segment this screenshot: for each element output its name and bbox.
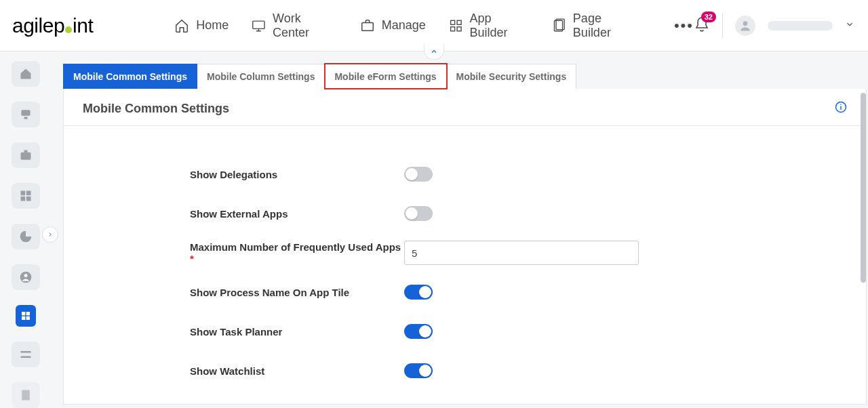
page-icon — [552, 18, 566, 33]
notification-count-badge: 32 — [701, 12, 716, 22]
divider — [722, 13, 723, 39]
nav-app-builder[interactable]: App Builder — [449, 12, 529, 40]
required-asterisk: * — [190, 253, 194, 264]
svg-rect-25 — [22, 390, 30, 401]
svg-rect-15 — [20, 197, 25, 201]
content-area: Mobile Common Settings Mobile Column Set… — [51, 52, 868, 408]
sidebar-item-users[interactable] — [12, 264, 40, 290]
notifications-button[interactable]: 32 — [694, 16, 710, 35]
nav-home-label: Home — [196, 18, 229, 33]
toggle-show-task-planner[interactable] — [404, 324, 433, 339]
logo-text-1: agilep — [12, 14, 64, 37]
row-show-delegations: Show Delegations — [190, 155, 847, 194]
tab-eform-settings[interactable]: Mobile eForm Settings — [325, 64, 446, 89]
settings-panel: Mobile Common Settings Show Delegations … — [63, 89, 867, 405]
svg-rect-13 — [20, 190, 25, 195]
label-show-task-planner: Show Task Planner — [190, 326, 404, 338]
chevron-up-icon — [430, 47, 438, 56]
vertical-scrollbar[interactable] — [861, 93, 866, 283]
svg-rect-10 — [24, 117, 27, 119]
svg-rect-22 — [26, 317, 29, 320]
tab-column-settings[interactable]: Mobile Column Settings — [197, 64, 325, 89]
sidebar-item-home[interactable] — [12, 61, 40, 87]
svg-rect-11 — [20, 152, 31, 160]
svg-rect-5 — [457, 26, 461, 30]
username-placeholder — [768, 21, 833, 30]
sidebar-item-apps[interactable] — [12, 183, 40, 209]
sidebar — [0, 52, 51, 408]
row-show-process-name: Show Process Name On App Tile — [190, 272, 847, 312]
nav-work-center[interactable]: Work Center — [252, 12, 337, 40]
svg-point-8 — [743, 21, 748, 26]
home-icon — [174, 18, 189, 33]
panel-header: Mobile Common Settings — [64, 89, 866, 126]
nav-app-builder-label: App Builder — [470, 12, 530, 40]
svg-rect-14 — [26, 190, 31, 195]
svg-rect-20 — [26, 312, 29, 315]
tiles-icon — [19, 189, 33, 203]
svg-rect-4 — [450, 26, 454, 30]
sidebar-item-config[interactable] — [12, 342, 40, 367]
toggle-show-process-name[interactable] — [404, 285, 433, 300]
topbar: agilep int Home Work Center Manage App B… — [0, 0, 868, 52]
deploy-icon — [19, 108, 33, 121]
info-icon — [835, 101, 847, 113]
body: Mobile Common Settings Mobile Column Set… — [0, 52, 868, 408]
info-button[interactable] — [835, 101, 847, 116]
nav-manage[interactable]: Manage — [360, 18, 426, 33]
sidebar-item-mobile-settings[interactable] — [16, 305, 36, 327]
nav-home[interactable]: Home — [174, 18, 229, 33]
topbar-right: 32 — [694, 13, 854, 39]
case-icon — [19, 148, 33, 162]
toggle-show-external-apps[interactable] — [404, 206, 433, 221]
svg-rect-3 — [457, 20, 461, 24]
nav-manage-label: Manage — [382, 18, 426, 33]
chevron-down-icon — [845, 20, 854, 29]
sliders-icon — [19, 348, 33, 361]
chevron-right-icon — [47, 231, 54, 238]
panel-title: Mobile Common Settings — [83, 102, 229, 116]
user-menu-toggle[interactable] — [845, 20, 854, 32]
doc-icon — [19, 388, 33, 402]
mobile-grid-icon — [20, 310, 31, 321]
toggle-show-watchlist[interactable] — [404, 363, 433, 378]
label-max-apps: Maximum Number of Frequently Used Apps * — [190, 241, 404, 264]
label-show-process-name: Show Process Name On App Tile — [190, 287, 404, 298]
svg-rect-21 — [22, 317, 25, 320]
svg-rect-12 — [24, 150, 27, 152]
pie-icon — [19, 230, 33, 243]
toggle-show-delegations[interactable] — [404, 167, 433, 182]
row-max-apps: Maximum Number of Frequently Used Apps * — [190, 233, 847, 272]
logo-text-2: int — [73, 14, 93, 37]
sidebar-expand-button[interactable] — [42, 226, 58, 243]
sidebar-item-work[interactable] — [12, 142, 40, 168]
label-show-external-apps: Show External Apps — [190, 208, 404, 220]
person-icon — [738, 19, 752, 33]
svg-rect-2 — [450, 20, 454, 24]
avatar[interactable] — [735, 16, 755, 36]
top-nav: Home Work Center Manage App Builder Page… — [174, 12, 694, 40]
monitor-icon — [252, 18, 266, 33]
briefcase-icon — [360, 18, 375, 33]
user-circle-icon — [19, 270, 33, 284]
svg-rect-19 — [22, 312, 25, 315]
house-icon — [19, 67, 33, 81]
logo-dot-icon — [65, 26, 72, 33]
tab-common-settings[interactable]: Mobile Common Settings — [63, 64, 197, 89]
input-max-apps[interactable] — [404, 241, 639, 265]
svg-rect-1 — [362, 22, 374, 30]
tab-security-settings[interactable]: Mobile Security Settings — [447, 64, 577, 89]
sidebar-item-reports[interactable] — [12, 224, 40, 249]
sidebar-item-docs[interactable] — [12, 382, 40, 408]
tabs: Mobile Common Settings Mobile Column Set… — [63, 64, 867, 89]
svg-point-28 — [840, 104, 842, 106]
nav-more-icon[interactable]: ••• — [674, 17, 694, 35]
svg-point-18 — [24, 274, 27, 277]
nav-page-builder[interactable]: Page Builder — [552, 12, 639, 40]
sidebar-item-deploy[interactable] — [12, 102, 40, 127]
nav-page-builder-label: Page Builder — [573, 12, 639, 40]
row-show-external-apps: Show External Apps — [190, 194, 847, 233]
row-show-task-planner: Show Task Planner — [190, 312, 847, 351]
logo[interactable]: agilep int — [12, 14, 93, 37]
svg-rect-23 — [20, 351, 31, 353]
